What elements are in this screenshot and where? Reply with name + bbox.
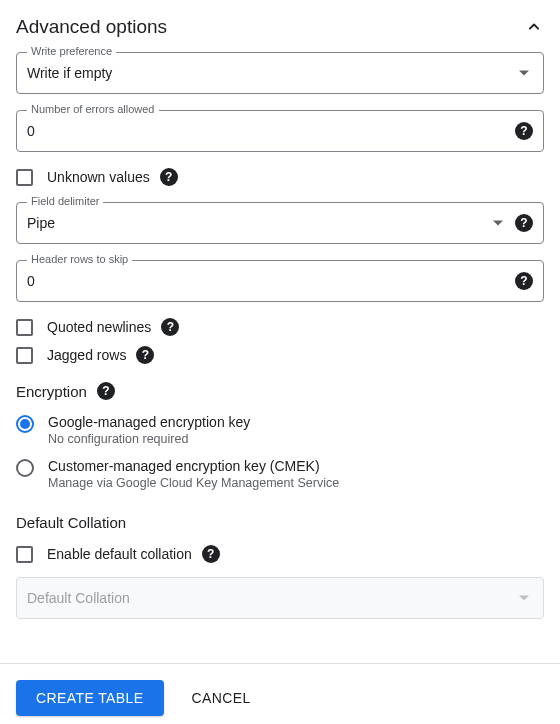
help-icon[interactable]: ? (515, 122, 533, 140)
help-icon[interactable]: ? (97, 382, 115, 400)
help-icon[interactable]: ? (515, 272, 533, 290)
header-rows-input[interactable]: Header rows to skip 0 ? (16, 260, 544, 302)
footer: CREATE TABLE CANCEL (0, 663, 560, 724)
encryption-google-sub: No configuration required (48, 432, 544, 446)
errors-allowed-label: Number of errors allowed (27, 103, 159, 115)
write-preference-value: Write if empty (27, 65, 533, 81)
field-delimiter-label: Field delimiter (27, 195, 103, 207)
quoted-newlines-checkbox[interactable] (16, 319, 33, 336)
jagged-rows-checkbox[interactable] (16, 347, 33, 364)
create-table-button[interactable]: CREATE TABLE (16, 680, 164, 716)
section-title: Advanced options (16, 16, 167, 38)
help-icon[interactable]: ? (515, 214, 533, 232)
header-rows-label: Header rows to skip (27, 253, 132, 265)
field-delimiter-value: Pipe (27, 215, 479, 231)
header-rows-value: 0 (27, 273, 503, 289)
unknown-values-label: Unknown values (47, 169, 150, 185)
errors-allowed-value: 0 (27, 123, 503, 139)
help-icon[interactable]: ? (202, 545, 220, 563)
field-delimiter-select[interactable]: Field delimiter Pipe ? (16, 202, 544, 244)
encryption-cmek-sub: Manage via Google Cloud Key Management S… (48, 476, 544, 490)
encryption-cmek-radio[interactable] (16, 459, 34, 477)
write-preference-select[interactable]: Write preference Write if empty (16, 52, 544, 94)
advanced-options-header[interactable]: Advanced options (16, 16, 544, 38)
help-icon[interactable]: ? (161, 318, 179, 336)
enable-collation-checkbox[interactable] (16, 546, 33, 563)
encryption-title: Encryption (16, 383, 87, 400)
write-preference-label: Write preference (27, 45, 116, 57)
errors-allowed-input[interactable]: Number of errors allowed 0 ? (16, 110, 544, 152)
caret-down-icon (519, 71, 529, 76)
chevron-up-icon (524, 17, 544, 37)
unknown-values-checkbox[interactable] (16, 169, 33, 186)
default-collation-placeholder: Default Collation (27, 590, 533, 606)
quoted-newlines-label: Quoted newlines (47, 319, 151, 335)
encryption-google-label: Google-managed encryption key (48, 414, 544, 430)
jagged-rows-label: Jagged rows (47, 347, 126, 363)
encryption-google-radio[interactable] (16, 415, 34, 433)
cancel-button[interactable]: CANCEL (172, 680, 271, 716)
default-collation-title: Default Collation (16, 514, 126, 531)
help-icon[interactable]: ? (160, 168, 178, 186)
help-icon[interactable]: ? (136, 346, 154, 364)
default-collation-select: Default Collation (16, 577, 544, 619)
caret-down-icon (519, 596, 529, 601)
enable-collation-label: Enable default collation (47, 546, 192, 562)
caret-down-icon (493, 221, 503, 226)
encryption-cmek-label: Customer-managed encryption key (CMEK) (48, 458, 544, 474)
